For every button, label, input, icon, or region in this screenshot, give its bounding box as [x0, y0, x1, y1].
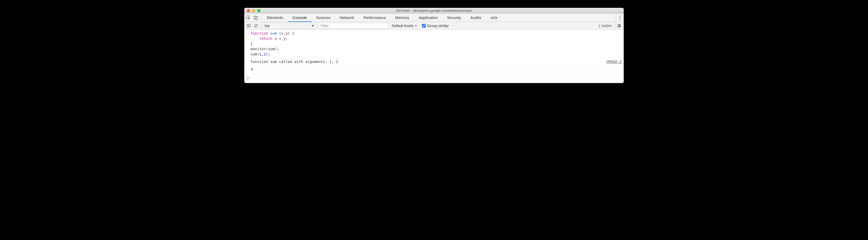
svg-point-3: [620, 16, 620, 17]
prompt-chevron-icon: ❯: [245, 75, 250, 80]
levels-label: Default levels: [392, 24, 413, 28]
dropdown-icon: ▼: [414, 24, 417, 27]
tab-network[interactable]: Network: [335, 14, 359, 22]
console-input-row: › function sum (x,y) { return x + y; } m…: [244, 30, 624, 58]
panel-tabbar: Elements Console Sources Network Perform…: [244, 14, 624, 22]
inspect-element-icon[interactable]: [244, 14, 252, 22]
tab-security[interactable]: Security: [442, 14, 466, 22]
console-log-message: function sum called with arguments: 1, 2: [250, 59, 606, 64]
window-title: DevTools - developers.google.com/web/sho…: [244, 8, 624, 12]
message-source-link[interactable]: VM580:2: [606, 59, 622, 64]
tab-audits[interactable]: Audits: [466, 14, 486, 22]
tab-elements[interactable]: Elements: [262, 14, 288, 22]
separator: [261, 15, 261, 20]
console-settings-icon[interactable]: [615, 22, 622, 29]
group-similar-checkbox[interactable]: Group similar: [421, 24, 449, 28]
clear-console-icon[interactable]: [253, 23, 259, 29]
traffic-lights: [244, 9, 260, 12]
hidden-messages-count[interactable]: 1 hidden: [598, 24, 613, 28]
tab-sources[interactable]: Sources: [312, 14, 335, 22]
window-close-button[interactable]: [247, 9, 250, 12]
svg-point-4: [620, 17, 620, 18]
tab-axe[interactable]: aXe: [486, 14, 502, 22]
more-menu-icon[interactable]: [616, 14, 624, 22]
input-chevron-icon: ›: [245, 31, 250, 57]
svg-rect-2: [256, 17, 257, 20]
show-console-sidebar-icon[interactable]: [246, 23, 252, 29]
gutter-spacer: [245, 59, 250, 64]
group-similar-input[interactable]: [422, 24, 426, 28]
separator: [260, 23, 261, 28]
window-minimize-button[interactable]: [252, 9, 255, 12]
tab-memory[interactable]: Memory: [391, 14, 414, 22]
console-toolbar: top ▼ Default levels ▼ Group similar 1 h…: [244, 22, 624, 30]
tab-performance[interactable]: Performance: [359, 14, 391, 22]
devtools-window: DevTools - developers.google.com/web/sho…: [244, 8, 624, 83]
group-similar-label: Group similar: [427, 24, 449, 28]
context-value: top: [265, 24, 270, 28]
console-result-row: ‹· 3: [244, 65, 624, 73]
device-toolbar-icon[interactable]: [252, 14, 260, 22]
tab-application[interactable]: Application: [414, 14, 442, 22]
console-result-value: 3: [250, 66, 622, 72]
filter-input[interactable]: [318, 23, 389, 29]
window-zoom-button[interactable]: [257, 9, 260, 12]
console-prompt-row[interactable]: ❯: [244, 73, 624, 83]
tab-console[interactable]: Console: [288, 14, 312, 22]
output-chevron-icon: ‹·: [245, 66, 250, 72]
panel-tabs: Elements Console Sources Network Perform…: [262, 14, 502, 22]
dropdown-icon: ▼: [311, 24, 314, 28]
execution-context-select[interactable]: top ▼: [262, 23, 317, 29]
console-prompt-input[interactable]: [250, 75, 622, 80]
log-levels-select[interactable]: Default levels ▼: [390, 24, 419, 28]
console-log-row: function sum called with arguments: 1, 2…: [244, 58, 624, 65]
svg-point-5: [620, 19, 620, 20]
console-body: › function sum (x,y) { return x + y; } m…: [244, 30, 624, 83]
titlebar: DevTools - developers.google.com/web/sho…: [244, 8, 624, 14]
console-input-code: function sum (x,y) { return x + y; } mon…: [250, 31, 622, 57]
